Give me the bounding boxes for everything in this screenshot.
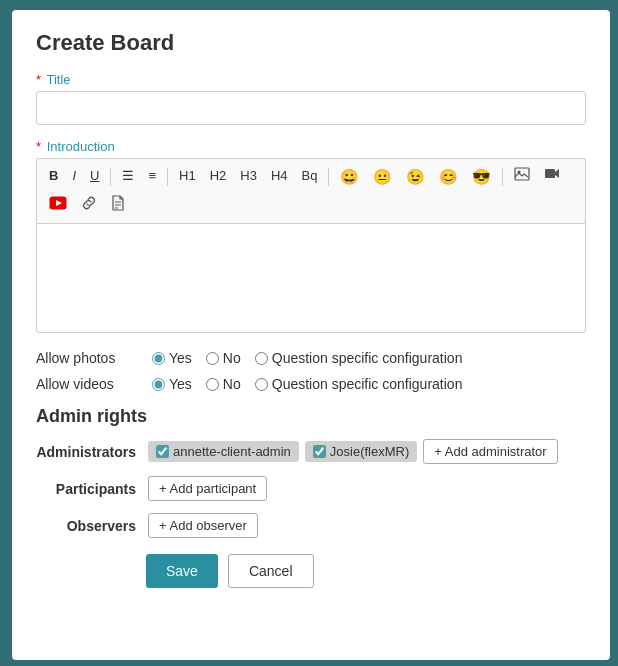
- photos-no-radio[interactable]: [206, 352, 219, 365]
- videos-no-option[interactable]: No: [206, 376, 241, 392]
- h3-button[interactable]: H3: [234, 164, 263, 188]
- videos-no-radio[interactable]: [206, 378, 219, 391]
- modal-title: Create Board: [36, 30, 586, 56]
- observers-tags: + Add observer: [148, 513, 586, 538]
- cancel-button[interactable]: Cancel: [228, 554, 314, 588]
- required-star: *: [36, 72, 41, 87]
- link-button[interactable]: [75, 193, 103, 218]
- participants-tags: + Add participant: [148, 476, 586, 501]
- emoji-wink-button[interactable]: 😉: [400, 163, 431, 190]
- add-participant-button[interactable]: + Add participant: [148, 476, 267, 501]
- participants-row: Participants + Add participant: [36, 476, 586, 501]
- svg-rect-2: [545, 169, 555, 178]
- intro-label: * Introduction: [36, 139, 586, 154]
- emoji-happy-button[interactable]: 😊: [433, 163, 464, 190]
- observers-row: Observers + Add observer: [36, 513, 586, 538]
- photos-yes-radio[interactable]: [152, 352, 165, 365]
- file-button[interactable]: [105, 192, 131, 219]
- h2-button[interactable]: H2: [204, 164, 233, 188]
- intro-required-star: *: [36, 139, 41, 154]
- ul-button[interactable]: ☰: [116, 164, 140, 188]
- emoji-cool-button[interactable]: 😎: [466, 163, 497, 190]
- youtube-button[interactable]: [43, 193, 73, 218]
- allow-photos-row: Allow photos Yes No Question specific co…: [36, 350, 586, 366]
- toolbar-sep-1: [110, 168, 111, 186]
- photos-no-option[interactable]: No: [206, 350, 241, 366]
- administrators-tags: annette-client-admin Josie(flexMR) + Add…: [148, 439, 586, 464]
- add-observer-button[interactable]: + Add observer: [148, 513, 258, 538]
- photos-specific-option[interactable]: Question specific configuration: [255, 350, 463, 366]
- admin-annette-checkbox[interactable]: [156, 445, 169, 458]
- videos-specific-option[interactable]: Question specific configuration: [255, 376, 463, 392]
- admin-tag-josie: Josie(flexMR): [305, 441, 417, 462]
- toolbar-sep-4: [502, 168, 503, 186]
- videos-specific-radio[interactable]: [255, 378, 268, 391]
- save-button[interactable]: Save: [146, 554, 218, 588]
- add-administrator-button[interactable]: + Add administrator: [423, 439, 557, 464]
- italic-button[interactable]: I: [66, 164, 82, 188]
- allow-photos-radio-group: Yes No Question specific configuration: [152, 350, 462, 366]
- intro-textarea[interactable]: [36, 223, 586, 333]
- administrators-label: Administrators: [36, 444, 136, 460]
- underline-button[interactable]: U: [84, 164, 105, 188]
- modal-container: Create Board * Title * Introduction B I …: [12, 10, 610, 660]
- administrators-row: Administrators annette-client-admin Josi…: [36, 439, 586, 464]
- bold-button[interactable]: B: [43, 164, 64, 188]
- admin-tag-annette: annette-client-admin: [148, 441, 299, 462]
- videos-yes-radio[interactable]: [152, 378, 165, 391]
- title-input[interactable]: [36, 91, 586, 125]
- participants-label: Participants: [36, 481, 136, 497]
- emoji-smile-button[interactable]: 😀: [334, 163, 365, 190]
- svg-rect-0: [515, 168, 529, 180]
- title-label: * Title: [36, 72, 586, 87]
- photos-specific-radio[interactable]: [255, 352, 268, 365]
- ol-button[interactable]: ≡: [142, 164, 162, 188]
- allow-videos-row: Allow videos Yes No Question specific co…: [36, 376, 586, 392]
- allow-videos-label: Allow videos: [36, 376, 136, 392]
- observers-label: Observers: [36, 518, 136, 534]
- videos-yes-option[interactable]: Yes: [152, 376, 192, 392]
- admin-rights-title: Admin rights: [36, 406, 586, 427]
- bq-button[interactable]: Bq: [296, 164, 324, 188]
- h1-button[interactable]: H1: [173, 164, 202, 188]
- image-button[interactable]: [508, 164, 536, 189]
- h4-button[interactable]: H4: [265, 164, 294, 188]
- svg-marker-3: [555, 169, 559, 178]
- admin-josie-checkbox[interactable]: [313, 445, 326, 458]
- allow-videos-radio-group: Yes No Question specific configuration: [152, 376, 462, 392]
- photos-yes-option[interactable]: Yes: [152, 350, 192, 366]
- allow-photos-label: Allow photos: [36, 350, 136, 366]
- footer-buttons: Save Cancel: [36, 554, 586, 588]
- toolbar-sep-3: [328, 168, 329, 186]
- editor-toolbar: B I U ☰ ≡ H1 H2 H3 H4 Bq 😀 😐 😉 😊 😎: [36, 158, 586, 223]
- emoji-neutral-button[interactable]: 😐: [367, 163, 398, 190]
- video-button[interactable]: [538, 164, 566, 188]
- toolbar-sep-2: [167, 168, 168, 186]
